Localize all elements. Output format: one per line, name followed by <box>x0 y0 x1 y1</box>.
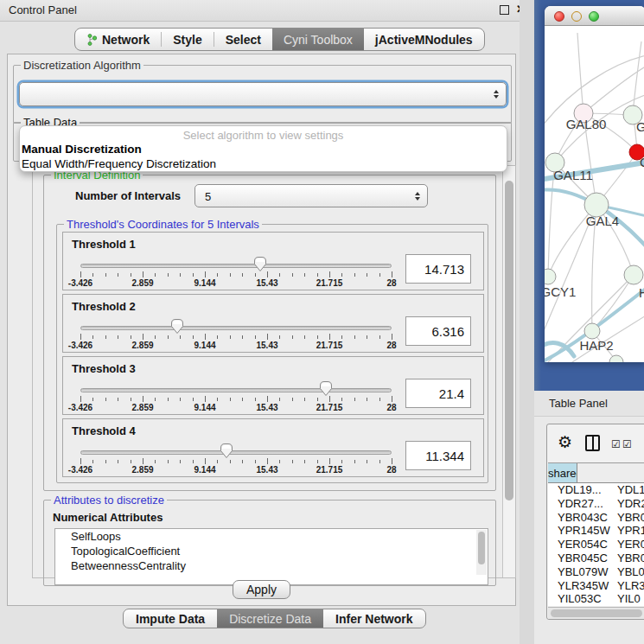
tab-style[interactable]: Style <box>162 29 213 50</box>
number-of-intervals-label: Number of Intervals <box>75 189 181 202</box>
horizontal-scrollbar-thumb[interactable] <box>551 609 642 617</box>
slider-track[interactable] <box>80 264 392 268</box>
combo-arrows-icon <box>415 192 420 201</box>
control-panel-content: Discretization Algorithm Select algorith… <box>7 54 516 606</box>
dropdown-options: Manual DiscretizationEqual Width/Frequen… <box>20 142 507 171</box>
table-row[interactable]: YIL053CYIL0 <box>548 592 644 606</box>
slider-thumb[interactable] <box>319 380 333 397</box>
tab-network[interactable]: Network <box>75 29 161 50</box>
number-of-intervals-value: 5 <box>205 189 211 202</box>
threshold-title: Threshold 4 <box>72 424 136 437</box>
slider-ticks <box>80 271 392 278</box>
algorithm-select[interactable] <box>19 82 507 106</box>
table-row[interactable]: YPR145WYPR1 <box>548 524 644 538</box>
settings-scroll-area: Interval Definition Number of Intervals … <box>32 165 516 578</box>
slider-thumb[interactable] <box>253 256 267 272</box>
threshold-value-input-4[interactable] <box>405 441 471 470</box>
panel-divider[interactable] <box>520 0 534 644</box>
tab-jactivemnodules[interactable]: jActiveMNodules <box>364 29 484 50</box>
table-row[interactable]: YBR045CYBR0 <box>548 552 644 565</box>
table-cell: YPR145W <box>548 524 613 538</box>
slider-ticks <box>80 396 392 403</box>
interval-definition-group: Interval Definition Number of Intervals … <box>43 175 496 491</box>
network-edge <box>633 41 641 115</box>
horizontal-scrollbar[interactable] <box>548 607 644 619</box>
number-of-intervals-select[interactable]: 5 <box>194 184 428 207</box>
threshold-panel-1: Threshold 1-3.4262.8599.14415.4321.71528 <box>62 232 484 290</box>
checkbox-icon[interactable]: ☑ <box>611 438 621 450</box>
network-node-gcy1[interactable] <box>545 269 556 284</box>
tab-label: Network <box>102 33 150 47</box>
apply-button[interactable]: Apply <box>233 580 290 599</box>
table-cell: YLR3 <box>613 579 644 593</box>
vertical-scrollbar-thumb[interactable] <box>505 181 513 501</box>
tab-discretize-data[interactable]: Discretize Data <box>217 609 323 628</box>
dropdown-placeholder: Select algorithm to view settings <box>20 129 507 142</box>
slider-thumb[interactable] <box>170 318 184 335</box>
network-window-frame: GAL80GACGAL11GAL4GCY1HHAP2 <box>534 0 644 391</box>
node-label: GCY1 <box>545 284 576 299</box>
table-cell: YBL079W <box>548 565 613 579</box>
node-label: H <box>639 285 644 300</box>
attributes-scrollbar[interactable] <box>476 530 487 575</box>
table-cell: YLR345W <box>548 579 613 593</box>
tab-select[interactable]: Select <box>214 29 272 50</box>
table-row[interactable]: YDR27...YDR2 <box>548 497 644 511</box>
dropdown-option-manual-discretization[interactable]: Manual Discretization <box>20 142 507 156</box>
table-cell: YPR1 <box>613 524 644 538</box>
vertical-scrollbar[interactable] <box>502 166 515 577</box>
float-window-icon[interactable] <box>500 5 509 15</box>
dropdown-option-equal-width-frequency-discretization[interactable]: Equal Width/Frequency Discretization <box>20 156 507 171</box>
slider-track[interactable] <box>80 450 392 455</box>
network-node-h[interactable] <box>624 265 643 284</box>
threshold-value-input-3[interactable] <box>405 379 471 408</box>
attribute-item-betweennesscentrality[interactable]: BetweennessCentrality <box>55 558 488 573</box>
threshold-value-input-1[interactable] <box>405 254 471 284</box>
table-row[interactable]: YBL079WYBL0 <box>548 565 644 579</box>
table-toolbar: ⚙ ☑ ☑ <box>547 424 644 462</box>
attribute-item-selfloops[interactable]: SelfLoops <box>55 529 488 544</box>
bottom-tab-bar: Impute DataDiscretize DataInfer Network <box>123 609 426 628</box>
network-node-hap2[interactable] <box>584 323 600 339</box>
node-label: GA <box>636 119 644 134</box>
slider-thumb[interactable] <box>220 443 233 459</box>
network-node[interactable] <box>609 355 623 362</box>
table-row[interactable]: YER054CYER0 <box>548 538 644 552</box>
tab-cyni-toolbox[interactable]: Cyni Toolbox <box>272 29 364 50</box>
table-row[interactable]: YBR043CYBR0 <box>548 511 644 525</box>
maximize-traffic-light-icon[interactable] <box>589 11 599 22</box>
tab-impute-data[interactable]: Impute Data <box>124 609 217 628</box>
table-cell: YBR0 <box>613 511 644 525</box>
top-tab-bar: NetworkStyleSelectCyni ToolboxjActiveMNo… <box>74 28 485 51</box>
column-header-1[interactable]: shared... <box>548 463 577 482</box>
table-cell: YBR043C <box>548 511 613 525</box>
tab-label: Select <box>226 33 261 47</box>
table-row[interactable]: YLR345WYLR3 <box>548 579 644 593</box>
network-window-titlebar[interactable] <box>545 6 644 26</box>
gear-icon[interactable]: ⚙ <box>558 432 572 452</box>
table-cell: YDL19... <box>548 483 613 497</box>
table-panel-box: ⚙ ☑ ☑ shared...na YDL19...YDL1YDR27...YD… <box>546 424 644 620</box>
slider-track[interactable] <box>80 388 392 392</box>
numerical-attributes-list[interactable]: SelfLoopsTopologicalCoefficientBetweenne… <box>54 528 488 585</box>
network-canvas[interactable]: GAL80GACGAL11GAL4GCY1HHAP2 <box>545 26 644 362</box>
column-header-2[interactable]: na <box>577 463 644 482</box>
table-cell: YER0 <box>613 538 644 552</box>
tab-infer-network[interactable]: Infer Network <box>323 609 424 628</box>
threshold-panel-4: Threshold 4-3.4262.8599.14415.4321.71528 <box>62 418 484 477</box>
table-cell: YER054C <box>548 538 613 552</box>
table-rows: YDL19...YDL1YDR27...YDR2YBR043CYBR0YPR14… <box>548 483 644 606</box>
control-panel-titlebar: Control Panel ✕ <box>0 0 520 22</box>
split-columns-icon[interactable] <box>585 435 600 451</box>
attribute-item-topologicalcoefficient[interactable]: TopologicalCoefficient <box>55 544 488 558</box>
threshold-value-input-2[interactable] <box>405 316 471 346</box>
checkbox-icon[interactable]: ☑ <box>622 438 632 450</box>
minimize-traffic-light-icon[interactable] <box>571 11 582 22</box>
close-traffic-light-icon[interactable] <box>554 11 564 22</box>
node-table: shared...na YDL19...YDL1YDR27...YDR2YBR0… <box>548 462 644 606</box>
network-window: GAL80GACGAL11GAL4GCY1HHAP2 <box>545 6 644 362</box>
thresholds-group-label: Threshold's Coordinates for 5 Intervals <box>64 218 262 231</box>
table-row[interactable]: YDL19...YDL1 <box>548 483 644 497</box>
table-cell: YBR0 <box>613 552 644 565</box>
slider-track[interactable] <box>80 326 392 330</box>
